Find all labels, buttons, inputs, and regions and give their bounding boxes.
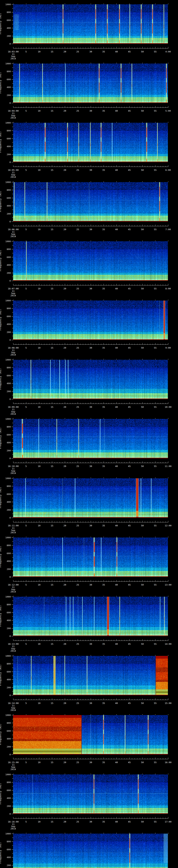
x-axis-top-tick <box>142 477 143 478</box>
x-tick-label: 20 <box>61 50 68 53</box>
x-tick-label: 30 <box>87 346 94 349</box>
x-tick-label: 35 <box>100 643 107 645</box>
x-axis-tick <box>135 166 135 167</box>
x-axis-top-tick <box>91 181 91 182</box>
x-tick-label: 20 <box>61 584 68 586</box>
x-axis-tick <box>96 284 96 285</box>
x-axis-top-tick <box>78 418 78 419</box>
x-axis-top-tick <box>52 655 52 656</box>
x-axis-tick <box>65 521 65 522</box>
x-axis-top-tick <box>142 774 143 774</box>
start-time-label: 18:14:00 <box>5 702 21 705</box>
spectrogram-figure: Frequency (Hz)02004006008001000510152025… <box>0 0 178 868</box>
x-axis-tick <box>96 640 96 641</box>
x-axis-tick <box>116 757 117 759</box>
x-axis-line <box>13 581 168 582</box>
y-tick-label: 200 <box>1 94 11 96</box>
x-tick-label: 10 <box>36 50 42 53</box>
x-axis-tick <box>150 344 150 344</box>
x-axis-tick <box>96 107 96 107</box>
x-axis-top-tick <box>155 774 155 774</box>
y-axis-tick <box>12 387 13 388</box>
y-tick-label: 800 <box>1 485 11 488</box>
y-axis-tick <box>11 774 13 775</box>
x-tick-label: 10 <box>36 169 42 172</box>
x-axis-tick <box>78 757 78 759</box>
x-axis-tick <box>65 757 65 759</box>
y-tick-label: 0 <box>1 517 11 519</box>
y-tick-label: 200 <box>1 213 11 215</box>
y-tick-label: 200 <box>1 686 11 689</box>
y-tick-label: 400 <box>1 560 11 562</box>
y-axis-tick <box>11 154 13 155</box>
x-axis-tick <box>21 462 21 463</box>
x-axis-tick <box>13 817 13 818</box>
x-axis-tick <box>116 639 117 641</box>
start-time-label: 18:15:00 <box>5 761 21 764</box>
y-axis-tick <box>11 518 13 518</box>
x-axis-tick <box>39 521 39 522</box>
x-axis-tick <box>91 225 91 226</box>
x-tick-label: 40 <box>113 702 120 705</box>
x-axis-tick <box>132 640 132 641</box>
x-axis-top-tick <box>116 714 117 715</box>
x-axis-tick <box>163 640 163 641</box>
y-axis-tick <box>12 83 13 84</box>
x-axis-tick <box>26 461 26 463</box>
x-axis-tick <box>96 758 96 759</box>
x-axis-tick <box>80 640 81 641</box>
x-tick-label: 5 <box>23 228 30 231</box>
x-axis-tick <box>158 699 158 700</box>
y-axis-tick <box>11 561 13 561</box>
x-axis-tick <box>158 107 158 107</box>
x-tick-label: 40 <box>113 643 120 645</box>
x-axis-top-tick <box>142 833 143 834</box>
x-tick-label: 45 <box>126 465 133 467</box>
y-axis-tick <box>11 798 13 798</box>
y-tick-label: 1000 <box>1 655 11 657</box>
x-axis-top-tick <box>78 181 78 182</box>
y-axis-tick <box>12 269 13 269</box>
x-tick-label: 5 <box>23 169 30 172</box>
x-axis-tick <box>103 106 104 107</box>
x-axis-tick <box>109 699 109 700</box>
x-axis-top-tick <box>39 3 39 4</box>
x-axis-tick <box>29 699 29 700</box>
y-axis-tick <box>11 857 13 858</box>
y-axis-title: Frequency (Hz) <box>0 428 2 449</box>
x-axis-tick <box>160 344 160 344</box>
x-axis-tick <box>150 166 150 167</box>
x-axis-tick <box>93 462 93 463</box>
y-axis-tick <box>12 786 13 786</box>
x-axis-tick <box>91 284 91 285</box>
x-axis-tick <box>142 757 143 759</box>
x-axis-tick <box>39 402 39 404</box>
y-tick-label: 0 <box>1 813 11 815</box>
x-axis-tick <box>111 344 112 344</box>
start-time-label: 18:07:00 <box>5 287 21 290</box>
x-axis-tick <box>65 284 65 285</box>
x-axis-tick <box>36 462 37 463</box>
spectrogram-panel: Frequency (Hz)02004006008001000510152025… <box>0 0 178 59</box>
x-axis-tick <box>80 818 81 818</box>
x-axis-tick <box>116 402 117 404</box>
x-axis-tick <box>109 462 109 463</box>
x-axis-tick <box>57 48 57 48</box>
x-tick-label: 25 <box>74 761 81 764</box>
y-tick-label: 400 <box>1 86 11 89</box>
x-axis-tick <box>158 581 158 581</box>
x-axis-tick <box>88 166 88 167</box>
y-axis-title: Frequency (Hz) <box>0 606 2 626</box>
x-tick-label: 15 <box>49 524 55 527</box>
x-axis-top-tick <box>116 774 117 774</box>
x-axis-tick <box>119 403 119 404</box>
x-axis-tick <box>158 344 158 344</box>
x-axis-tick <box>91 106 91 107</box>
spectrogram-plot <box>13 4 168 44</box>
x-axis-tick <box>67 699 68 700</box>
x-axis-top-tick <box>155 63 155 64</box>
x-tick-label: 5 <box>23 465 30 467</box>
x-axis-tick <box>132 107 132 107</box>
x-axis-tick <box>163 699 163 700</box>
y-axis-tick <box>12 379 13 380</box>
